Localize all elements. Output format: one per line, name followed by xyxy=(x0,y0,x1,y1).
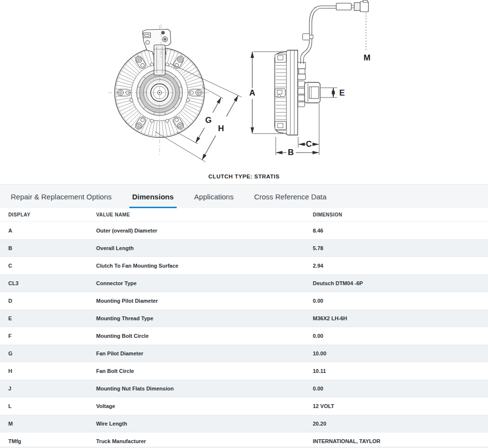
tab-repair-replacement-options[interactable]: Repair & Replacement Options xyxy=(0,185,122,208)
dimension-cell: 0.00 xyxy=(313,386,488,391)
dimension-cell: INTERNATIONAL, TAYLOR xyxy=(313,438,488,444)
display-cell: L xyxy=(8,403,96,409)
value-name-cell: Mounting Bolt Circle xyxy=(96,333,313,339)
display-cell: C xyxy=(8,263,96,269)
table-row: BOverall Length5.78 xyxy=(0,239,488,257)
dimension-cell: 12 VOLT xyxy=(313,403,488,409)
value-name-cell: Outer (overall) Diameter xyxy=(96,228,313,234)
dim-label-m: M xyxy=(364,53,370,62)
display-cell: D xyxy=(8,298,96,304)
value-name-cell: Truck Manufacturer xyxy=(96,438,313,444)
value-name-cell: Wire Length xyxy=(96,421,313,427)
tab-applications[interactable]: Applications xyxy=(184,185,244,208)
table-row: LVoltage12 VOLT xyxy=(0,397,488,415)
tab-bar: Repair & Replacement Options Dimensions … xyxy=(0,184,488,208)
value-name-cell: Overall Length xyxy=(96,245,313,251)
wire-harness xyxy=(301,0,368,64)
table-row: GFan Pilot Diameter10.00 xyxy=(0,345,488,362)
dim-label-e: E xyxy=(339,88,345,97)
table-row: FMounting Bolt Circle0.00 xyxy=(0,327,488,345)
side-view: A B C E M xyxy=(249,0,370,157)
table-row: JMounting Nut Flats Dimension0.00 xyxy=(0,380,488,397)
dim-label-a: A xyxy=(249,88,255,97)
display-cell: B xyxy=(8,245,96,251)
dim-label-g: G xyxy=(205,116,211,125)
clutch-type-caption: CLUTCH TYPE: STRATIS xyxy=(208,174,280,179)
value-name-cell: Clutch To Fan Mounting Surface xyxy=(96,263,313,269)
display-cell: CL3 xyxy=(8,280,96,286)
dimension-cell: 8.46 xyxy=(313,228,488,234)
dim-label-b: B xyxy=(288,148,294,157)
value-name-cell: Fan Pilot Diameter xyxy=(96,351,313,356)
table-row: CClutch To Fan Mounting Surface2.94 xyxy=(0,257,488,274)
table-row: EMounting Thread TypeM36X2 LH-6H xyxy=(0,310,488,327)
value-name-cell: Connector Type xyxy=(96,280,313,286)
display-cell: J xyxy=(8,386,96,391)
dimension-cell: Deutsch DTM04 -6P xyxy=(313,280,488,286)
value-name-cell: Voltage xyxy=(96,403,313,409)
dimension-cell: 0.00 xyxy=(313,333,488,339)
display-cell: M xyxy=(8,421,96,427)
dimension-cell: 10.00 xyxy=(313,351,488,356)
dimensions-table: DISPLAY VALUE NAME DIMENSION AOuter (ove… xyxy=(0,208,488,448)
dim-label-c: C xyxy=(306,139,312,149)
product-diagram-section: G H xyxy=(0,0,488,184)
dimension-cell: 5.78 xyxy=(313,245,488,251)
table-body: AOuter (overall) Diameter8.46BOverall Le… xyxy=(0,222,488,448)
mounting-nut xyxy=(305,82,320,103)
dimension-cell: 10.11 xyxy=(313,368,488,374)
table-row: AOuter (overall) Diameter8.46 xyxy=(0,222,488,239)
display-cell: A xyxy=(8,228,96,234)
front-view: G H xyxy=(108,24,242,162)
value-name-cell: Fan Bolt Circle xyxy=(96,368,313,374)
value-name-cell: Mounting Nut Flats Dimension xyxy=(96,386,313,391)
wire-sleeve xyxy=(336,3,351,10)
column-header-display: DISPLAY xyxy=(8,212,96,217)
table-row: DMounting Pilot Diameter0.00 xyxy=(0,292,488,310)
table-header: DISPLAY VALUE NAME DIMENSION xyxy=(0,208,488,222)
table-row: TMfgTruck ManufacturerINTERNATIONAL, TAY… xyxy=(0,432,488,448)
table-row: CL3Connector TypeDeutsch DTM04 -6P xyxy=(0,274,488,292)
display-cell: G xyxy=(8,351,96,356)
display-cell: H xyxy=(8,368,96,374)
dimension-cell: 2.94 xyxy=(313,263,488,269)
display-cell: F xyxy=(8,333,96,339)
dimension-cell: 20.20 xyxy=(313,421,488,427)
column-header-value-name: VALUE NAME xyxy=(96,212,313,217)
clutch-technical-drawing: G H xyxy=(0,0,488,184)
display-cell: E xyxy=(8,315,96,321)
table-row: MWire Length20.20 xyxy=(0,415,488,432)
table-row: HFan Bolt Circle10.11 xyxy=(0,362,488,380)
value-name-cell: Mounting Pilot Diameter xyxy=(96,298,313,304)
dimension-cell: M36X2 LH-6H xyxy=(313,315,488,321)
column-header-dimension: DIMENSION xyxy=(313,212,488,217)
tab-cross-reference-data[interactable]: Cross Reference Data xyxy=(244,185,337,208)
electrical-connector xyxy=(360,1,368,12)
wire-clip xyxy=(303,34,310,40)
tab-dimensions[interactable]: Dimensions xyxy=(122,185,184,208)
dimension-cell: 0.00 xyxy=(313,298,488,304)
dim-label-h: H xyxy=(218,124,224,133)
display-cell: TMfg xyxy=(8,438,96,444)
value-name-cell: Mounting Thread Type xyxy=(96,315,313,321)
